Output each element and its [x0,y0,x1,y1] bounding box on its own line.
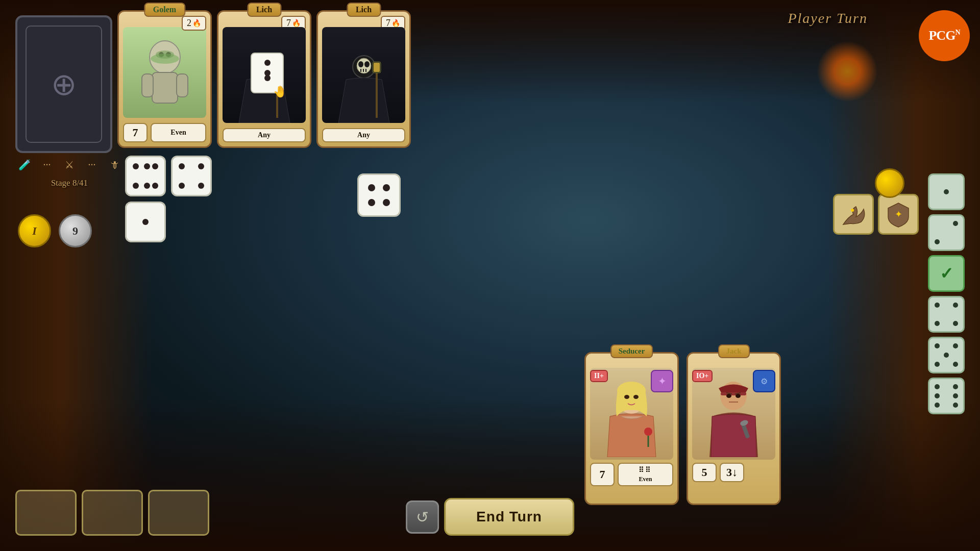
deck-card[interactable]: ⊕ [15,15,112,153]
end-turn-area: ↺ End Turn [406,498,574,536]
lich-2-art [322,27,405,123]
seducer-stat: 7 [590,463,615,486]
lich-card-1[interactable]: Lich 7 🔥 [217,10,311,148]
jack-stat1: 5 [692,463,717,482]
svg-point-20 [358,61,363,67]
lich-2-title: Lich [347,3,381,17]
jack-stat2: 3↓ [720,463,744,482]
dice-row-1 [125,156,212,196]
right-die-blank[interactable] [928,173,965,210]
stage-info: 🧪 ··· ⚔ ··· 🗡 Stage 8/41 [15,156,124,188]
svg-point-40 [851,209,854,212]
svg-point-21 [364,61,370,67]
coins-area: I 9 [18,214,92,247]
jack-skill-icon[interactable]: ⚙ [753,370,775,392]
sword-icon[interactable]: ⚔ [60,156,79,174]
golem-tag: Even [151,123,206,142]
lich-1-art: 🤚 [223,27,306,123]
lich-1-hp-flame: 🔥 [292,19,301,28]
dice-row-2 [125,202,212,242]
die-1[interactable] [125,202,166,242]
svg-rect-35 [721,392,746,395]
golem-card-bottom: 7 Even [119,120,210,146]
pcg-logo: PCGN [919,10,970,61]
hand-slot-3[interactable] [148,490,209,536]
silver-coin-value: 9 [72,224,78,238]
golem-hp-value: 2 [187,18,191,29]
deck-symbol: ⊕ [51,66,77,103]
dragon-ability-icon [838,199,869,230]
lich-2-card-bottom: Any [318,125,409,146]
flask-icon[interactable]: 🧪 [15,156,34,174]
pcg-text: PCGN [928,28,960,43]
pcg-superscript: N [955,29,960,36]
svg-point-31 [633,395,639,399]
die-6[interactable] [125,156,166,196]
right-die-5[interactable] [928,337,965,373]
golem-title: Golem [144,3,185,17]
gold-coin-symbol: I [32,224,37,238]
die-on-lich-card: 🤚 [251,53,284,93]
right-die-2[interactable] [928,214,965,251]
player-turn-label: Player Turn [788,10,868,27]
other-sword-icon[interactable]: 🗡 [105,156,124,174]
svg-rect-5 [177,74,188,97]
jack-title: Jack [718,344,750,358]
enemy-cards-area: Golem 2 🔥 [117,10,411,148]
hand-slots [15,490,209,536]
jack-skill-symbol: ⚙ [761,377,768,386]
player-cards-area: Seducer II+ ✦ [584,352,781,505]
seducer-card[interactable]: Seducer II+ ✦ [584,352,679,505]
dot-dot-dot: ··· [38,156,56,174]
shield-ability-icon: ✦ [883,199,914,230]
dot-dot-dot-2: ··· [83,156,101,174]
jack-card-bottom: 5 3↓ [688,460,779,486]
lich-1-tag: Any [223,128,306,142]
svg-point-36 [726,394,731,398]
ability-card-shield[interactable]: ✦ [878,194,919,235]
right-panel-dice: ✓ [928,173,965,414]
svg-rect-3 [152,72,178,103]
svg-text:✦: ✦ [895,209,902,219]
svg-point-7 [156,51,174,59]
checkmark-icon: ✓ [940,264,953,283]
top-right-gold-coin [875,168,904,198]
undo-button[interactable]: ↺ [406,500,439,534]
deck-card-inner: ⊕ [26,26,102,143]
golem-svg [132,34,198,111]
center-die[interactable] [357,173,401,217]
lich-2-svg [331,52,397,123]
svg-point-37 [736,394,741,398]
jack-card[interactable]: Jack IO+ ⚙ [687,352,781,505]
svg-point-30 [624,395,629,399]
svg-rect-4 [142,74,153,97]
jack-rank-badge: IO+ [692,370,713,382]
lich-1-card-bottom: Any [218,125,310,146]
seducer-card-bottom: 7 ⠿⠿ Even [586,460,677,490]
svg-rect-24 [365,69,366,72]
right-die-6[interactable] [928,378,965,414]
seducer-rank-badge: II+ [590,370,608,382]
svg-rect-27 [374,63,380,72]
seducer-tag: ⠿⠿ Even [618,463,673,486]
lich-1-title: Lich [247,3,281,17]
golem-stat: 7 [123,123,148,142]
seducer-title: Seducer [610,344,653,358]
ability-card-dragon[interactable] [833,194,874,235]
golem-art [123,27,206,118]
hand-slot-1[interactable] [15,490,77,536]
right-die-checked[interactable]: ✓ [928,255,965,292]
die-4[interactable] [171,156,212,196]
seducer-skill-icon[interactable]: ✦ [651,370,673,392]
stage-icons: 🧪 ··· ⚔ ··· 🗡 [15,156,124,174]
svg-rect-22 [360,69,361,72]
gold-coin: I [18,214,51,247]
field-dice-area [125,156,212,242]
hand-slot-2[interactable] [82,490,143,536]
golem-hp-badge: 2 🔥 [182,16,206,31]
svg-point-32 [644,428,652,436]
golem-card[interactable]: Golem 2 🔥 [117,10,212,148]
right-die-4[interactable] [928,296,965,333]
end-turn-button[interactable]: End Turn [444,498,574,536]
lich-card-2[interactable]: Lich 7 🔥 [316,10,411,148]
